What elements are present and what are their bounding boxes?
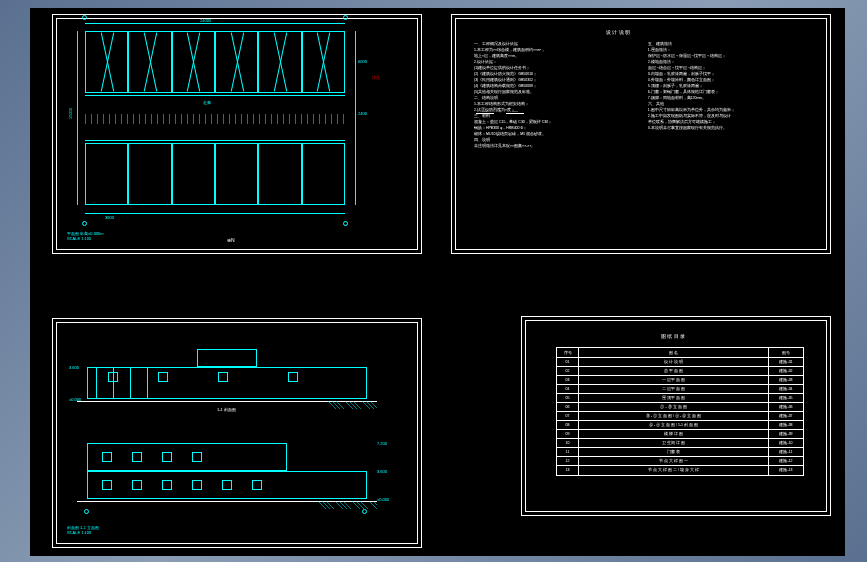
cell-code: 建施-06 bbox=[769, 403, 803, 411]
level-mark: ±0.000 bbox=[69, 397, 81, 402]
title-line2: SCALE 1:100 bbox=[67, 530, 99, 535]
corridor: 走廊 bbox=[85, 95, 345, 141]
header-no: 序号 bbox=[557, 348, 579, 357]
window bbox=[218, 372, 228, 382]
ground-floor bbox=[87, 471, 367, 499]
cell-name: 总 平 面 图 bbox=[579, 367, 769, 375]
drawing-title: 剖面图 1-1 立面图 SCALE 1:100 bbox=[67, 525, 99, 535]
sheet-drawing-index: 图 纸 目 录 序号 图 名 图号 01设 计 说 明建施-0102总 平 面 … bbox=[521, 316, 831, 516]
grid-bubble bbox=[82, 15, 87, 20]
level-mark: 3.600 bbox=[377, 469, 387, 474]
floor-plan-drawing: 走廊 24000 3600 15000 bbox=[85, 31, 385, 231]
note-line: 未注明做法详见本院××图集××-××。 bbox=[474, 143, 634, 149]
sheet-elevations: 1-1 剖面图 ±0.000 3.600 bbox=[52, 318, 422, 548]
elevation-drawing: ±0.000 3.600 7.200 bbox=[87, 443, 387, 513]
sheet-border: 设 计 说 明 一、工程概况及设计依据1.本工程为××综合楼，建筑面积约××m²… bbox=[455, 18, 827, 250]
cell-name: 节 点 大 样 图 二 / 墙 身 大 样 bbox=[579, 466, 769, 475]
corridor-label: 走廊 bbox=[203, 100, 211, 105]
table-row: 07⑨ - ① 立 面 图 / Ⓐ - Ⓓ 立 面 图建施-07 bbox=[557, 412, 803, 421]
table-header-row: 序号 图 名 图号 bbox=[557, 348, 803, 358]
window bbox=[162, 480, 172, 490]
cell-no: 07 bbox=[557, 412, 579, 420]
cell-code: 建施-04 bbox=[769, 385, 803, 393]
window bbox=[192, 452, 202, 462]
sheet-border: 图 纸 目 录 序号 图 名 图号 01设 计 说 明建施-0102总 平 面 … bbox=[525, 320, 827, 512]
table-row: 06① - ⑨ 立 面 图建施-06 bbox=[557, 403, 803, 412]
sheet-border: 走廊 24000 3600 15000 bbox=[56, 18, 418, 250]
cell-code: 建施-07 bbox=[769, 412, 803, 420]
cell-code: 建施-01 bbox=[769, 358, 803, 366]
upper-floor bbox=[197, 349, 257, 367]
cell-name: ① - ⑨ 立 面 图 bbox=[579, 403, 769, 411]
cell-no: 13 bbox=[557, 466, 579, 475]
window bbox=[102, 452, 112, 462]
earth-hatch bbox=[317, 501, 377, 509]
window bbox=[158, 372, 168, 382]
room-row-south bbox=[85, 143, 345, 205]
dim-corr: 2400 bbox=[358, 111, 367, 116]
room bbox=[258, 31, 301, 93]
earth-hatch bbox=[327, 401, 377, 409]
title-line2: SCALE 1:100 bbox=[67, 236, 104, 241]
window bbox=[162, 452, 172, 462]
grid-bubble bbox=[343, 15, 348, 20]
corridor-hatch bbox=[85, 114, 345, 124]
cell-code: 建施-05 bbox=[769, 394, 803, 402]
room bbox=[215, 31, 258, 93]
table-row: 09楼 梯 详 图建施-09 bbox=[557, 430, 803, 439]
cell-name: 二 层 平 面 图 bbox=[579, 385, 769, 393]
cell-name: 屋 顶 平 面 图 bbox=[579, 394, 769, 402]
cell-name: 一 层 平 面 图 bbox=[579, 376, 769, 384]
notes-column-left: 一、工程概况及设计依据1.本工程为××综合楼，建筑面积约××m²，地上×层，建筑… bbox=[474, 41, 634, 149]
level-mark: 3.600 bbox=[69, 365, 79, 370]
drawing-title: 平面图 标高±0.000m SCALE 1:100 bbox=[67, 231, 104, 241]
table-row: 05屋 顶 平 面 图建施-05 bbox=[557, 394, 803, 403]
window bbox=[288, 372, 298, 382]
upper-floor bbox=[87, 443, 287, 471]
room bbox=[172, 143, 215, 205]
cell-name: 卫 生 间 详 图 bbox=[579, 439, 769, 447]
level-mark: 7.200 bbox=[377, 441, 387, 446]
cell-code: 建施-08 bbox=[769, 421, 803, 429]
grid-bubble bbox=[362, 509, 367, 514]
room bbox=[258, 143, 301, 205]
cad-model-space[interactable]: 走廊 24000 3600 15000 bbox=[30, 8, 845, 556]
table-row: 10卫 生 间 详 图建施-10 bbox=[557, 439, 803, 448]
cell-no: 05 bbox=[557, 394, 579, 402]
dim-line bbox=[355, 31, 356, 205]
cell-code: 建施-10 bbox=[769, 439, 803, 447]
table-row: 01设 计 说 明建施-01 bbox=[557, 358, 803, 367]
room bbox=[302, 143, 345, 205]
table-row: 04二 层 平 面 图建施-04 bbox=[557, 385, 803, 394]
cell-code: 建施-12 bbox=[769, 457, 803, 465]
cell-no: 06 bbox=[557, 403, 579, 411]
room-row-north bbox=[85, 31, 345, 93]
cell-no: 11 bbox=[557, 448, 579, 456]
room bbox=[128, 31, 171, 93]
room bbox=[128, 143, 171, 205]
room bbox=[215, 143, 258, 205]
table-row: 12节 点 大 样 图 一建施-12 bbox=[557, 457, 803, 466]
cell-name: ⑨ - ① 立 面 图 / Ⓐ - Ⓓ 立 面 图 bbox=[579, 412, 769, 420]
level-mark: ±0.000 bbox=[377, 497, 389, 502]
table-row: 03一 层 平 面 图建施-03 bbox=[557, 376, 803, 385]
cell-no: 04 bbox=[557, 385, 579, 393]
cell-code: 建施-02 bbox=[769, 367, 803, 375]
header-code: 图号 bbox=[769, 348, 803, 357]
cell-no: 02 bbox=[557, 367, 579, 375]
notes-title: 设 计 说 明 bbox=[606, 29, 630, 35]
cell-name: Ⓓ - Ⓐ 立 面 图 / 1-1 剖 面 图 bbox=[579, 421, 769, 429]
window bbox=[252, 480, 262, 490]
sheet-floor-plan: 走廊 24000 3600 15000 bbox=[52, 14, 422, 254]
sheet-border: 1-1 剖面图 ±0.000 3.600 bbox=[56, 322, 418, 544]
cell-name: 楼 梯 详 图 bbox=[579, 430, 769, 438]
window bbox=[132, 480, 142, 490]
dim-bay: 3600 bbox=[105, 215, 114, 220]
table-row: 08Ⓓ - Ⓐ 立 面 图 / 1-1 剖 面 图建施-08 bbox=[557, 421, 803, 430]
window bbox=[102, 480, 112, 490]
north-arrow: ⊕N bbox=[227, 237, 235, 243]
ground-floor bbox=[87, 367, 367, 399]
table-row: 02总 平 面 图建施-02 bbox=[557, 367, 803, 376]
table-title: 图 纸 目 录 bbox=[661, 333, 685, 339]
cell-no: 12 bbox=[557, 457, 579, 465]
